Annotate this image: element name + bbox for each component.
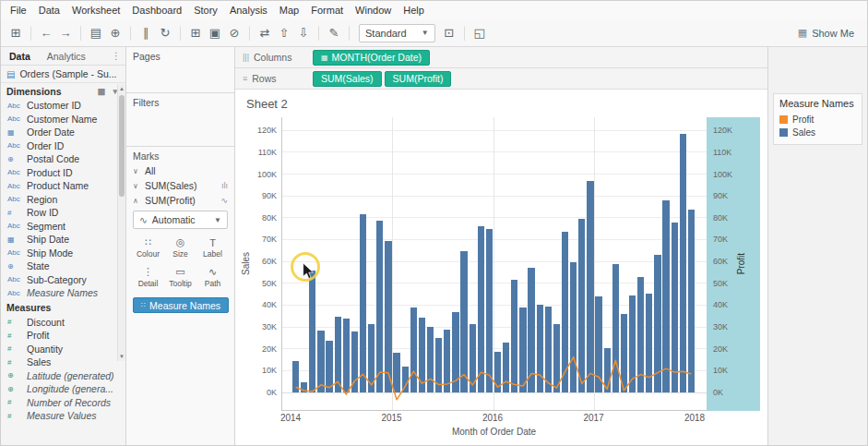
legend-item-profit[interactable]: Profit (779, 113, 856, 126)
measure-item[interactable]: # Profit (1, 329, 125, 343)
sheet-column: ||| Columns ▦ MONTH(Order Date) ≡ Rows (235, 47, 767, 446)
tableau-logo-button[interactable]: ⊞ (6, 23, 25, 43)
measure-names-legend[interactable]: Measure Names Profit Sales (773, 93, 862, 145)
sort-descending-button[interactable]: ⇩ (294, 23, 313, 43)
bar-type-icon: ılı (221, 181, 228, 190)
axis-tick-label: 40K (713, 300, 728, 309)
dimension-item[interactable]: Abc Sub-Category (1, 273, 125, 287)
menu-worksheet[interactable]: Worksheet (72, 5, 120, 16)
right-axis-highlighted[interactable]: 0K10K20K30K40K50K60K70K80K90K100K110K120… (707, 117, 760, 411)
dimension-item[interactable]: ▦ Order Date (1, 126, 125, 139)
sum-sales-pill[interactable]: SUM(Sales) (313, 71, 382, 87)
dimension-item[interactable]: # Row ID (1, 206, 125, 220)
dimension-item[interactable]: Abc Product ID (1, 166, 125, 180)
dimension-item[interactable]: Abc Segment (1, 220, 125, 234)
sum-profit-pill[interactable]: SUM(Profit) (385, 71, 452, 87)
filters-shelf[interactable]: Filters (126, 93, 234, 147)
menu-map[interactable]: Map (279, 5, 299, 16)
measure-item[interactable]: ⊕ Latitude (generated) (1, 369, 125, 383)
menu-story[interactable]: Story (194, 5, 218, 16)
detail-button[interactable]: ⋮ Detail (133, 263, 163, 291)
sheet-title: Sheet 2 (235, 90, 767, 114)
undo-button[interactable]: ← (37, 23, 55, 43)
dimensions-header: Dimensions ▦ ▾ (1, 83, 125, 99)
new-worksheet-button[interactable]: ⊞ (186, 23, 205, 43)
separator (130, 26, 131, 41)
scroll-up-icon[interactable]: ▲ (118, 84, 125, 93)
dimension-item[interactable]: Abc Product Name (1, 179, 125, 193)
marks-section-all[interactable]: ∨ All (126, 163, 234, 178)
pause-updates-button[interactable]: ∥ (137, 23, 155, 43)
measure-item[interactable]: # Discount (1, 316, 125, 330)
axis-tick-label: 40K (262, 300, 277, 309)
colour-button[interactable]: ∷ Colour (133, 234, 163, 261)
dimension-item[interactable]: ▦ Ship Date (1, 233, 125, 247)
measure-names-pill[interactable]: ∷ Measure Names (133, 297, 229, 313)
fit-selector-button[interactable]: ⊡ (440, 23, 458, 43)
pages-shelf[interactable]: Pages (126, 47, 234, 93)
highlight-button[interactable]: ✎ (325, 23, 343, 43)
measure-item[interactable]: ⊕ Longitude (genera... (1, 382, 125, 396)
data-pane-scrollbar[interactable]: ▲ ▼ (117, 84, 125, 361)
measure-item[interactable]: # Measure Values (1, 409, 125, 423)
run-updates-button[interactable]: ↻ (156, 23, 174, 43)
menu-file[interactable]: File (10, 5, 27, 16)
legend-item-sales[interactable]: Sales (779, 126, 856, 139)
measure-item[interactable]: # Sales (1, 356, 125, 369)
menu-data[interactable]: Data (39, 5, 60, 16)
menu-format[interactable]: Format (311, 5, 343, 16)
menu-analysis[interactable]: Analysis (230, 5, 268, 16)
label-button[interactable]: T Label (197, 234, 228, 261)
field-type-icon: ▦ (7, 128, 23, 137)
left-axis[interactable]: Sales 0K10K20K30K40K50K60K70K80K90K100K1… (241, 117, 281, 411)
axis-tick-label: 110K (258, 148, 277, 157)
add-datasource-button[interactable]: ⊕ (106, 23, 125, 43)
dimension-item[interactable]: ⊕ Postal Code (1, 152, 125, 166)
menu-dashboard[interactable]: Dashboard (132, 5, 182, 16)
axis-tick-label: 100K (713, 170, 732, 179)
tab-analytics[interactable]: Analytics (39, 49, 94, 64)
redo-button[interactable]: → (56, 23, 75, 43)
fix-axes-button[interactable]: ◱ (470, 23, 489, 43)
measure-item[interactable]: # Number of Records (1, 396, 125, 410)
dimension-item[interactable]: Abc Measure Names (1, 286, 125, 300)
swap-axes-button[interactable]: ⇄ (256, 23, 274, 43)
pane-options-icon[interactable]: ⋮ (112, 51, 125, 61)
field-type-icon: Abc (7, 102, 23, 110)
dimension-item[interactable]: Abc Customer ID (1, 99, 125, 113)
dimension-item[interactable]: ⊕ State (1, 259, 125, 273)
measures-list: # Discount # Profit # Quantity # (1, 316, 125, 423)
datasource-item[interactable]: ▤ Orders (Sample - Su... (1, 66, 125, 83)
duplicate-sheet-button[interactable]: ▣ (206, 23, 224, 43)
plot-area[interactable] (281, 117, 707, 411)
scrollbar-thumb[interactable] (119, 95, 125, 197)
fit-mode-select[interactable]: Standard ▼ (359, 24, 435, 42)
legend-swatch (779, 115, 788, 124)
sort-ascending-button[interactable]: ⇧ (275, 23, 293, 43)
rows-shelf[interactable]: ≡ Rows SUM(Sales) SUM(Profit) (235, 68, 767, 90)
clear-sheet-button[interactable]: ⊘ (225, 23, 244, 43)
colour-shelf: ∷ Measure Names (126, 293, 234, 318)
path-button[interactable]: ∿ Path (197, 263, 228, 291)
size-button[interactable]: ◎ Size (165, 234, 196, 261)
month-order-date-pill[interactable]: ▦ MONTH(Order Date) (313, 50, 430, 66)
dimension-item[interactable]: Abc Customer Name (1, 113, 125, 127)
marks-section-sum-sales[interactable]: ∨ SUM(Sales) ılı (126, 178, 234, 193)
tooltip-button[interactable]: ▭ Tooltip (165, 263, 196, 291)
save-button[interactable]: ▤ (87, 23, 105, 43)
dimension-item[interactable]: Abc Region (1, 193, 125, 207)
dimension-item[interactable]: Abc Ship Mode (1, 247, 125, 260)
marks-section-sum-profit[interactable]: ∧ SUM(Profit) ∿ (126, 193, 234, 208)
columns-shelf[interactable]: ||| Columns ▦ MONTH(Order Date) (235, 47, 767, 68)
scroll-down-icon[interactable]: ▼ (118, 352, 125, 361)
mark-type-select[interactable]: ∿ Automatic ▼ (133, 211, 228, 229)
menu-help[interactable]: Help (403, 5, 424, 16)
axis-tick-label: 30K (713, 322, 728, 331)
dimension-item[interactable]: Abc Order ID (1, 139, 125, 153)
axis-tick-label: 60K (262, 257, 277, 266)
tab-data[interactable]: Data (1, 49, 39, 64)
show-me-button[interactable]: ▦ Show Me (791, 25, 862, 41)
menu-window[interactable]: Window (355, 5, 391, 16)
measure-item[interactable]: # Quantity (1, 343, 125, 356)
legend-items: Profit Sales (779, 113, 856, 139)
